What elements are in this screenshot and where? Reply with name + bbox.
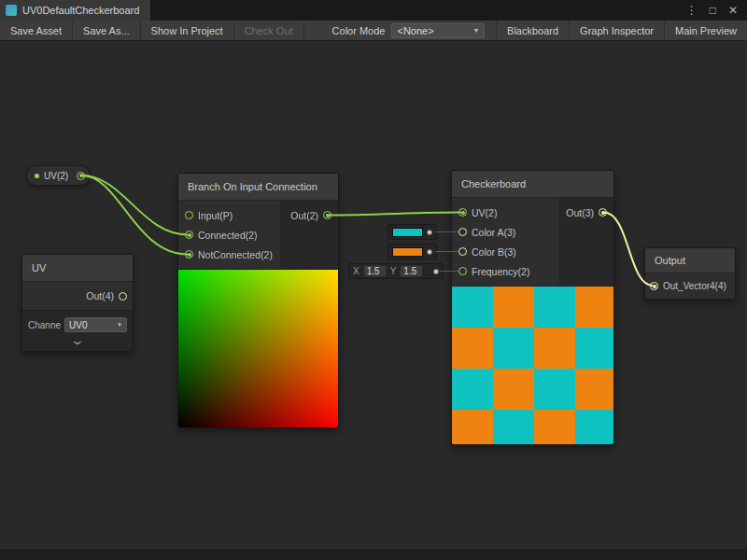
main-preview-button[interactable]: Main Preview [664,21,747,40]
node-title: UV [22,255,133,282]
port-label: Out(4) [86,290,114,301]
port-label: NotConnected(2) [198,249,273,260]
widget-connector-dot [433,269,439,274]
shader-graph-window: UV0DefaultCheckerboard ⋮ □ ✕ Save Asset … [0,0,747,560]
port-row: Connected(2) [178,225,280,245]
uv-compact-node[interactable]: UV(2) [26,165,91,186]
out-vector4-port[interactable] [650,282,658,290]
output-node[interactable]: Output Out_Vector4(4) [644,247,736,300]
asset-tab[interactable]: UV0DefaultCheckerboard [0,0,151,21]
port-row: Out_Vector4(4) [645,273,735,299]
port-label: Out_Vector4(4) [663,281,726,291]
color-a-swatch-widget[interactable] [388,224,437,240]
port-row: Frequency(2) [452,261,559,281]
frequency-x-label: X [353,266,359,276]
port-label: UV(2) [472,207,497,218]
chevron-down-icon: ▼ [473,27,480,34]
port-row: Out(2) [281,205,338,225]
color-b-port[interactable] [458,247,467,256]
blackboard-button[interactable]: Blackboard [496,21,569,40]
toolbar-spacer [485,21,496,40]
color-b-swatch[interactable] [392,247,423,257]
title-bar: UV0DefaultCheckerboard ⋮ □ ✕ [0,0,747,21]
connected-port[interactable] [185,231,193,239]
save-asset-button[interactable]: Save Asset [0,21,73,40]
port-label: Color B(3) [472,246,516,258]
checkerboard-node[interactable]: Checkerboard UV(2) Color A(3) Color B(3) [451,170,614,445]
toolbar: Save Asset Save As... Show In Project Ch… [0,21,747,41]
collapse-chevron-icon[interactable]: ⌄ [4,333,152,348]
port-row: Color A(3) [452,222,559,242]
color-mode-dropdown[interactable]: <None> ▼ [391,23,485,38]
node-title: Branch On Input Connection [178,174,338,201]
color-mode-value: <None> [397,25,433,36]
color-mode-label: Color Mode [304,21,392,40]
tab-title: UV0DefaultCheckerboard [22,5,139,16]
port-row: Input(P) [178,205,280,225]
color-b-swatch-widget[interactable] [388,244,437,259]
channel-label: Channe [28,320,61,330]
uv-pill-output-port[interactable] [77,172,85,180]
port-row: Out(4) [22,282,133,310]
bottom-edge-strip [0,549,747,560]
close-icon[interactable]: ✕ [728,5,738,16]
port-label: Input(P) [198,210,233,221]
check-out-button[interactable]: Check Out [234,21,304,40]
branch-on-input-connection-node[interactable]: Branch On Input Connection Input(P) Conn… [177,173,339,428]
port-row: Color B(3) [452,242,559,261]
node-title: Output [645,248,735,273]
frequency-x-field[interactable]: 1.5 [363,265,387,277]
chevron-down-icon: ▼ [117,322,122,328]
widget-connector-dot [427,249,432,255]
port-row: UV(2) [452,203,559,222]
node-title: Checkerboard [452,171,613,198]
port-row: Out(3) [560,203,613,222]
checkerboard-preview [452,286,613,444]
branch-out-port[interactable] [323,211,331,219]
menu-icon[interactable]: ⋮ [686,5,698,16]
port-label: Color A(3) [472,227,515,238]
notconnected-port[interactable] [185,250,193,259]
channel-dropdown[interactable]: UV0 ▼ [64,317,127,332]
port-label: Out(2) [290,210,318,221]
uv-node-controls: Channe UV0 ▼ ⌄ [22,310,133,351]
color-a-port[interactable] [458,228,467,236]
checkerboard-uv-port[interactable] [458,208,467,217]
uv-gradient-preview [178,269,338,427]
frequency-widget: X 1.5 Y 1.5 [348,263,444,279]
uv-pill-label: UV(2) [44,171,68,181]
shader-graph-icon [6,5,17,16]
input-p-port[interactable] [185,211,193,219]
uv-out-port[interactable] [119,292,127,301]
frequency-y-field[interactable]: 1.5 [400,265,423,277]
frequency-port[interactable] [458,267,467,275]
channel-value: UV0 [69,320,87,330]
preview-green-layer [178,270,338,427]
graph-inspector-button[interactable]: Graph Inspector [569,21,664,40]
save-as-button[interactable]: Save As... [73,21,141,40]
checkerboard-out-port[interactable] [599,208,607,217]
maximize-icon[interactable]: □ [710,5,716,16]
port-row: NotConnected(2) [178,245,280,264]
node-preview-dot-icon [35,174,39,178]
frequency-y-label: Y [390,266,397,276]
port-label: Connected(2) [198,230,258,241]
show-in-project-button[interactable]: Show In Project [141,21,234,40]
color-a-swatch[interactable] [392,228,423,237]
port-label: Frequency(2) [472,266,529,277]
window-controls: ⋮ □ ✕ [686,0,747,21]
uv-node[interactable]: UV Out(4) Channe UV0 ▼ ⌄ [21,254,134,352]
widget-connector-dot [427,230,432,235]
port-label: Out(3) [566,207,594,218]
